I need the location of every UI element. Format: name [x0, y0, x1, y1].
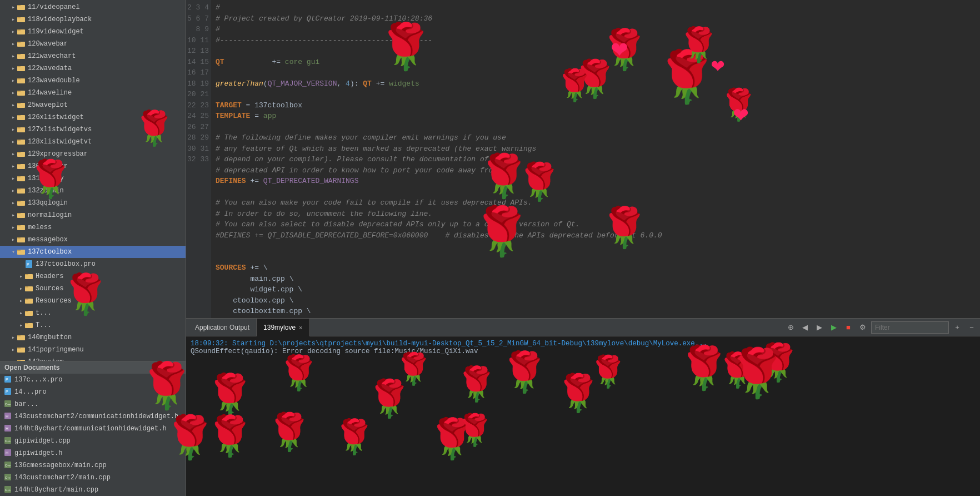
doc-item-143customchart2_communication[interactable]: H143customchart2/communicationhidewidget… — [0, 410, 186, 423]
next-button[interactable]: ▶ — [813, 321, 826, 334]
pin-button[interactable]: ⊕ — [784, 321, 797, 334]
sidebar: ▸11/videopanel▸118videoplayback▸119video… — [0, 0, 186, 496]
doc-item-136cmessagebox_main[interactable]: C++136cmessagebox/main.cpp — [0, 459, 186, 472]
tree-item-129xprogressbar[interactable]: ▸129xprogressbar — [0, 148, 186, 160]
tree-arrow-icon: ▸ — [10, 236, 17, 243]
tree-item-label: 119videowidget — [28, 28, 84, 36]
svg-rect-57 — [17, 348, 21, 349]
svg-text:C++: C++ — [5, 439, 11, 443]
tree-file-icon — [17, 125, 26, 134]
tree-item-normallogin[interactable]: ▸normallogin — [0, 209, 186, 221]
app-output-tab[interactable]: Application Output — [188, 319, 257, 336]
tree-file-icon — [17, 199, 26, 207]
tab-close-button[interactable]: × — [299, 324, 302, 331]
tree-item-128xlistwidgetvt[interactable]: ▸128xlistwidgetvt — [0, 136, 186, 148]
add-button[interactable]: + — [951, 321, 963, 334]
tree-item-Sources[interactable]: ▸Sources — [0, 282, 186, 295]
doc-item-14x_pro[interactable]: P14...pro — [0, 386, 186, 398]
tree-item-118videoplayback[interactable]: ▸118videoplayback — [0, 13, 186, 26]
tree-item-t_item1[interactable]: ▸t... — [0, 307, 186, 319]
svg-rect-47 — [25, 286, 28, 287]
tree-item-119videowidget[interactable]: ▸119videowidget — [0, 26, 186, 38]
doc-file-icon: H — [4, 425, 11, 433]
tree-item-label: 124waveline — [28, 89, 72, 97]
tree-file-icon — [17, 88, 26, 97]
tree-file-icon — [17, 52, 26, 61]
run-button[interactable]: ▶ — [828, 321, 840, 334]
tree-item-messagebox[interactable]: ▸messagebox — [0, 234, 186, 246]
tree-item-11videopanel[interactable]: ▸11/videopanel — [0, 1, 186, 13]
svg-text:C++: C++ — [5, 403, 11, 406]
tree-item-132zoomin[interactable]: ▸132zoomin — [0, 185, 186, 197]
svg-rect-51 — [25, 311, 28, 312]
tree-item-meless[interactable]: ▸meless — [0, 221, 186, 234]
tree-item-133qqlogin[interactable]: ▸133qqlogin — [0, 197, 186, 209]
tree-arrow-icon: ▸ — [10, 53, 17, 59]
tree-item-127xlistwidgetvs[interactable]: ▸127xlistwidgetvs — [0, 123, 186, 136]
doc-item-144ht8ychart_communication[interactable]: H144ht8ychart/communicationhidewidget.h — [0, 423, 186, 435]
tree-item-125waveplot[interactable]: ▸25waveplot — [0, 99, 186, 111]
tree-item-label: 133qqlogin — [28, 199, 68, 207]
code-editor: 2 3 4 5 6 7 8 9 10 11 12 13 14 15 16 17 … — [186, 0, 980, 318]
tree-arrow-icon: ▸ — [10, 4, 17, 11]
tree-item-122wavedata[interactable]: ▸122wavedata — [0, 62, 186, 75]
open-docs-list[interactable]: P137c...x.proP14...proC++bar...H143custo… — [0, 374, 186, 496]
tree-arrow-icon: ▸ — [10, 28, 17, 35]
tree-arrow-icon: ▸ — [10, 175, 17, 182]
tree-item-140mgbutton[interactable]: ▸140mgbutton — [0, 331, 186, 344]
svg-rect-7 — [17, 42, 21, 43]
tree-item-121wavechart[interactable]: ▸121wavechart — [0, 50, 186, 62]
tree-item-label: 140mgbutton — [28, 334, 72, 341]
tree-file-icon — [17, 345, 26, 354]
tree-item-123wavedouble[interactable]: ▸123wavedouble — [0, 75, 186, 87]
prev-button[interactable]: ◀ — [799, 321, 811, 334]
doc-item-144ht8ychart_main[interactable]: C++144ht8ychart/main.cpp — [0, 484, 186, 496]
doc-item-143customchart2_main[interactable]: C++143customchart2/main.cpp — [0, 472, 186, 484]
tree-item-124waveline[interactable]: ▸124waveline — [0, 87, 186, 99]
minus-button[interactable]: − — [966, 321, 978, 334]
tree-item-130xslider[interactable]: ▸130xslider — [0, 160, 186, 172]
open-docs-section: Open Documents P137c...x.proP14...proC++… — [0, 361, 186, 496]
tree-item-label: 137ctoolbox — [28, 248, 72, 256]
tree-arrow-icon: ▸ — [10, 151, 17, 157]
doc-item-gipiwidget_h[interactable]: Hgipiwidget.h — [0, 447, 186, 459]
tree-item-137ctoolbox_pro[interactable]: P137ctoolbox.pro — [0, 258, 186, 270]
code-content[interactable]: # # Project created by QtCreator 2019-09… — [211, 0, 980, 318]
tree-item-label: meless — [28, 224, 52, 231]
tree-item-label: 127xlistwidgetvs — [28, 126, 92, 133]
tree-item-label: 130xslider — [28, 162, 68, 170]
tree-arrow-icon: ▸ — [18, 297, 24, 304]
doc-item-label: 143customchart2/communicationhidewidget.… — [14, 413, 178, 420]
mylove-tab[interactable]: 139mylove × — [257, 319, 309, 336]
tree-file-icon — [17, 235, 26, 244]
tree-item-142custom[interactable]: ▸142custom... — [0, 356, 186, 361]
tree-item-label: 121wavechart — [28, 52, 76, 60]
tree-item-t_item2[interactable]: ▸T... — [0, 319, 186, 331]
stop-button[interactable]: ■ — [842, 321, 854, 334]
doc-item-label: 143customchart2/main.cpp — [14, 474, 111, 482]
doc-file-icon: C++ — [4, 474, 11, 482]
tree-item-126xlistwidget[interactable]: ▸126xlistwidget — [0, 111, 186, 123]
tree-file-icon: P — [24, 260, 33, 269]
doc-item-gipiwidget_cpp[interactable]: C++gipiwidget.cpp — [0, 435, 186, 447]
svg-text:P: P — [6, 378, 8, 381]
svg-rect-35 — [17, 213, 21, 214]
tree-item-Headers[interactable]: ▸Headers — [0, 270, 186, 282]
tree-item-141popringmenu[interactable]: ▸141popringmenu — [0, 344, 186, 356]
tree-item-137ctoolbox[interactable]: ▾137ctoolbox — [0, 246, 186, 258]
tree-file-icon — [17, 223, 26, 232]
tree-file-icon — [24, 272, 33, 281]
build-button[interactable]: ⚙ — [857, 321, 869, 334]
doc-item-bar_something[interactable]: C++bar... — [0, 398, 186, 410]
file-tree[interactable]: ▸11/videopanel▸118videoplayback▸119video… — [0, 0, 186, 361]
tree-item-131zhtopy[interactable]: ▸131zhtopy — [0, 172, 186, 185]
tree-item-120wavebar[interactable]: ▸120wavebar — [0, 38, 186, 50]
tree-item-label: T... — [36, 321, 52, 329]
tree-arrow-icon: ▸ — [10, 334, 17, 341]
tree-arrow-icon: ▸ — [18, 285, 24, 292]
filter-input[interactable] — [871, 321, 949, 334]
tree-item-Resources[interactable]: ▸Resources — [0, 295, 186, 307]
tree-item-label: 25waveplot — [28, 101, 68, 109]
doc-item-137ctoolbox_pro2[interactable]: P137c...x.pro — [0, 374, 186, 386]
tree-arrow-icon: ▸ — [10, 65, 17, 72]
